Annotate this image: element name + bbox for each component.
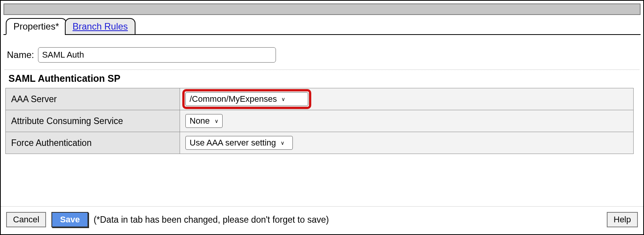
dirty-hint-text: (*Data in tab has been changed, please d…: [94, 215, 329, 225]
chevron-down-icon: ∨: [279, 140, 284, 146]
tab-properties-label: Properties*: [13, 21, 59, 31]
form-area: Name: SAML Authentication SP AAA Server …: [1, 35, 643, 154]
label-acs: Attribute Consuming Service: [6, 110, 180, 132]
separator: [5, 70, 639, 70]
force-auth-select[interactable]: Use AAA server setting ∨: [185, 136, 293, 150]
tab-properties[interactable]: Properties*: [6, 18, 67, 35]
acs-select-value: None: [190, 116, 210, 126]
aaa-server-select[interactable]: /Common/MyExpenses ∨: [185, 92, 308, 106]
name-input[interactable]: [38, 47, 276, 63]
name-row: Name:: [5, 47, 639, 63]
tab-row: Properties* Branch Rules: [3, 18, 641, 35]
help-button[interactable]: Help: [607, 212, 638, 227]
value-cell-acs: None ∨: [180, 110, 634, 132]
dialog-window: Properties* Branch Rules Name: SAML Auth…: [0, 0, 644, 235]
aaa-server-select-value: /Common/MyExpenses: [190, 94, 277, 104]
label-force-auth: Force Authentication: [6, 132, 180, 154]
value-cell-force-auth: Use AAA server setting ∨: [180, 132, 634, 154]
title-bar: [3, 3, 641, 15]
aaa-server-highlight: /Common/MyExpenses ∨: [185, 92, 308, 106]
chevron-down-icon: ∨: [280, 96, 285, 102]
row-force-auth: Force Authentication Use AAA server sett…: [6, 132, 634, 154]
section-title: SAML Authentication SP: [5, 73, 639, 84]
settings-table: AAA Server /Common/MyExpenses ∨ Attribut…: [5, 88, 634, 154]
label-aaa-server: AAA Server: [6, 88, 180, 110]
cancel-button[interactable]: Cancel: [6, 212, 46, 227]
tab-branch-rules[interactable]: Branch Rules: [65, 18, 135, 35]
acs-select[interactable]: None ∨: [185, 114, 223, 128]
save-button[interactable]: Save: [51, 212, 88, 227]
row-aaa-server: AAA Server /Common/MyExpenses ∨: [6, 88, 634, 110]
footer-bar: Cancel Save (*Data in tab has been chang…: [1, 206, 643, 234]
chevron-down-icon: ∨: [213, 118, 218, 124]
name-label: Name:: [7, 50, 34, 60]
force-auth-select-value: Use AAA server setting: [190, 138, 276, 148]
row-acs: Attribute Consuming Service None ∨: [6, 110, 634, 132]
value-cell-aaa-server: /Common/MyExpenses ∨: [180, 88, 634, 110]
tab-branch-rules-label: Branch Rules: [73, 21, 128, 31]
